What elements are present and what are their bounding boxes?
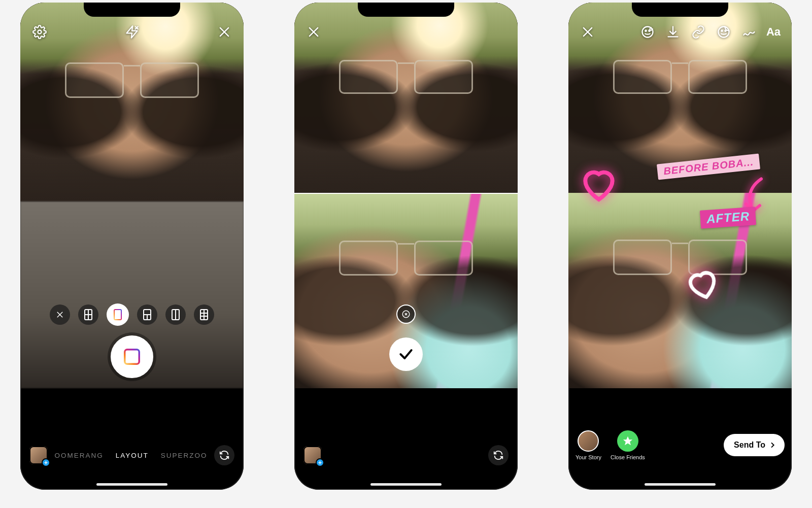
add-icon: + bbox=[42, 458, 50, 467]
notch bbox=[358, 3, 454, 17]
svg-point-33 bbox=[645, 30, 646, 31]
notch bbox=[632, 3, 728, 17]
send-to-button[interactable]: Send To bbox=[724, 434, 785, 456]
your-story-label: Your Story bbox=[576, 454, 601, 460]
sticker-icon[interactable] bbox=[716, 24, 732, 40]
svg-marker-1 bbox=[127, 26, 138, 38]
chevron-right-icon bbox=[768, 441, 776, 449]
camera-bottom-bar: + OOMERANG LAYOUT SUPERZOO bbox=[20, 441, 244, 469]
mode-boomerang[interactable]: OOMERANG bbox=[55, 452, 104, 459]
add-icon: + bbox=[316, 458, 324, 467]
text-tool-icon[interactable]: Aa bbox=[766, 24, 781, 40]
confirm-topbar bbox=[294, 21, 518, 43]
shutter-button[interactable] bbox=[111, 335, 153, 378]
close-icon[interactable] bbox=[306, 24, 322, 40]
share-bar: Your Story Close Friends Send To bbox=[568, 425, 792, 465]
home-indicator bbox=[96, 483, 167, 486]
editor-topbar: Aa bbox=[568, 21, 792, 43]
camera-switch-icon[interactable] bbox=[214, 445, 234, 465]
heart-sticker[interactable] bbox=[579, 164, 619, 205]
layout-option-split-h[interactable] bbox=[107, 303, 129, 326]
mode-carousel[interactable]: OOMERANG LAYOUT SUPERZOO bbox=[55, 452, 207, 459]
settings-icon[interactable] bbox=[31, 24, 48, 40]
mode-superzoom[interactable]: SUPERZOO bbox=[161, 452, 207, 459]
camera-bottom-bar: + bbox=[294, 441, 518, 469]
svg-point-34 bbox=[649, 30, 650, 31]
layout-close-icon[interactable] bbox=[50, 304, 70, 325]
your-story-button[interactable]: Your Story bbox=[576, 430, 601, 460]
layout-option-3row[interactable] bbox=[137, 304, 157, 325]
home-indicator bbox=[645, 483, 716, 486]
gallery-thumbnail[interactable]: + bbox=[303, 446, 322, 464]
close-friends-button[interactable]: Close Friends bbox=[611, 430, 645, 460]
home-indicator bbox=[370, 483, 442, 486]
send-to-label: Send To bbox=[734, 441, 765, 450]
story-pane-2 bbox=[568, 193, 792, 388]
mode-layout[interactable]: LAYOUT bbox=[116, 452, 149, 459]
layout-option-2x3[interactable] bbox=[194, 304, 214, 325]
screen-layout-camera: + OOMERANG LAYOUT SUPERZOO bbox=[20, 3, 244, 490]
gallery-thumbnail[interactable]: + bbox=[29, 446, 48, 464]
svg-point-36 bbox=[725, 30, 726, 31]
screen-story-editor: BEFORE BOBA... AFTER Aa Your Story bbox=[568, 3, 792, 490]
svg-point-0 bbox=[38, 30, 42, 34]
confirm-button[interactable] bbox=[389, 337, 423, 371]
close-icon[interactable] bbox=[216, 24, 232, 40]
close-friends-label: Close Friends bbox=[611, 454, 645, 460]
flash-icon[interactable] bbox=[124, 24, 140, 40]
layout-divider bbox=[294, 193, 518, 194]
svg-marker-37 bbox=[623, 436, 632, 445]
notch bbox=[84, 3, 180, 17]
close-icon[interactable] bbox=[580, 24, 596, 40]
download-icon[interactable] bbox=[665, 24, 681, 40]
layout-options-row bbox=[20, 302, 244, 327]
layout-option-split-v[interactable] bbox=[165, 304, 186, 325]
text-sticker-after[interactable]: AFTER bbox=[700, 207, 756, 229]
effects-icon[interactable] bbox=[639, 24, 656, 40]
avatar bbox=[578, 430, 599, 452]
svg-point-35 bbox=[721, 30, 722, 31]
camera-switch-icon[interactable] bbox=[488, 445, 509, 465]
camera-topbar bbox=[20, 21, 244, 43]
screen-layout-confirm: + bbox=[294, 3, 518, 490]
link-icon[interactable] bbox=[690, 24, 706, 40]
draw-icon[interactable] bbox=[741, 24, 757, 40]
layout-option-2x2[interactable] bbox=[78, 304, 98, 325]
delete-pane-button[interactable] bbox=[396, 304, 416, 324]
